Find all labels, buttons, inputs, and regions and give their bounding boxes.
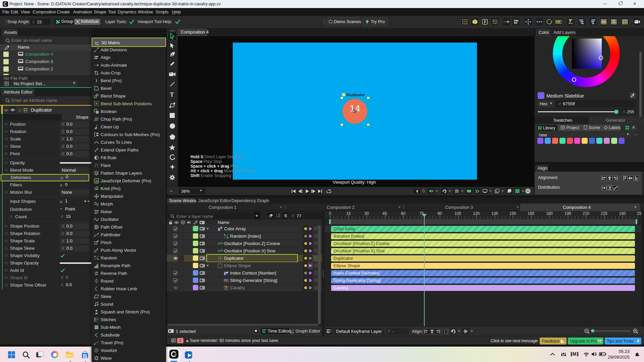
svg-text:z: z	[638, 353, 639, 355]
svg-text:F: F	[484, 20, 486, 24]
svg-text:abc: abc	[224, 278, 229, 282]
svg-text:T: T	[225, 286, 227, 290]
svg-text:JS: JS	[95, 180, 98, 183]
